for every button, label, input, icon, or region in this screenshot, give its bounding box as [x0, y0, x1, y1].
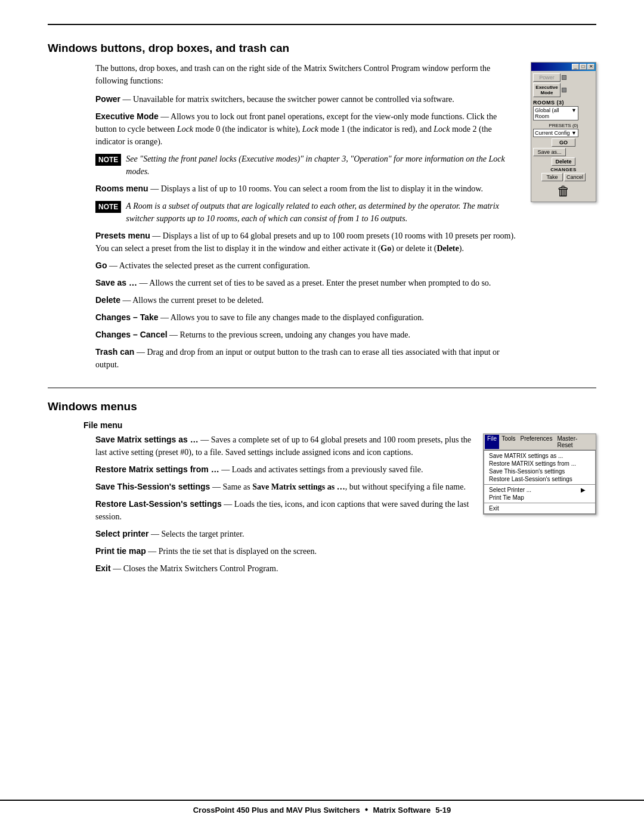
win-take-button[interactable]: Take — [541, 173, 563, 181]
menu-bar-file[interactable]: File — [485, 435, 499, 449]
label-executive-mode: Executive Mode — [95, 112, 159, 121]
section-buttons: Windows buttons, drop boxes, and trash c… — [48, 42, 596, 376]
footer-bullet: • — [365, 804, 369, 815]
item-trash-can: Trash can — Drag and drop from an input … — [48, 346, 519, 371]
win-minimize-btn[interactable]: _ — [572, 64, 579, 70]
win-widget: _ □ ✕ Power ExecutiveMode — [531, 62, 596, 202]
item-rooms-menu: Rooms menu — Displays a list of up to 10… — [48, 182, 519, 195]
section-content-buttons: The buttons, drop boxes, and trash can o… — [48, 62, 596, 376]
sub-section-file-menu: File menu — [83, 420, 596, 430]
win-saveas-button[interactable]: Save as... — [533, 148, 566, 156]
item-select-printer: Select printer — Selects the target prin… — [48, 528, 471, 540]
menu-item-save-matrix[interactable]: Save MATRIX settings as ... — [484, 452, 595, 460]
win-rooms-dropdown[interactable]: Global (all Room ▼ — [533, 106, 578, 120]
win-body: Power ExecutiveMode ROOMS (3) Global (a — [531, 71, 596, 202]
item-save-this-session: Save This-Session's settings — Same as S… — [48, 481, 471, 493]
section-title-menus: Windows menus — [48, 400, 596, 413]
win-go-button[interactable]: GO — [552, 138, 575, 147]
note-text-2: A Room is a subset of outputs that are l… — [126, 200, 519, 225]
menu-bar-master-reset[interactable]: Master-Reset — [555, 435, 595, 449]
item-power: Power — Unavailable for matrix switchers… — [48, 93, 519, 106]
label-save-matrix: Save Matrix settings as … — [95, 435, 199, 444]
menu-item-select-printer[interactable]: Select Printer ... — [484, 486, 595, 494]
footer-page: 5-19 — [435, 806, 451, 815]
label-restore-last-session: Restore Last-Session's settings — [95, 499, 222, 509]
win-take-cancel-row: Take Cancel — [533, 173, 594, 181]
label-trash-can: Trash can — [95, 347, 134, 357]
menu-item-print-tie-map[interactable]: Print Tie Map — [484, 494, 595, 501]
win-rooms-dropdown-text: Global (all Room — [535, 107, 571, 119]
win-exec-row: ExecutiveMode — [533, 83, 594, 97]
item-delete: Delete — Allows the current preset to be… — [48, 294, 519, 306]
menus-text: Save Matrix settings as … — Saves a comp… — [48, 433, 471, 580]
note-text-1: See "Setting the front panel locks (Exec… — [126, 153, 519, 178]
item-restore-last-session: Restore Last-Session's settings — Loads … — [48, 498, 471, 523]
label-changes-cancel: Changes – Cancel — [95, 330, 168, 339]
label-go: Go — [95, 261, 107, 270]
win-presets-dropdown[interactable]: Current Config ▼ — [533, 129, 578, 137]
win-exec-button[interactable]: ExecutiveMode — [533, 83, 561, 97]
note-2: NOTE A Room is a subset of outputs that … — [95, 200, 519, 225]
label-changes-take: Changes – Take — [95, 312, 159, 322]
item-save-as: Save as … — Allows the current set of ti… — [48, 277, 519, 289]
menu-bar-preferences[interactable]: Preferences — [518, 435, 555, 449]
win-cancel-button[interactable]: Cancel — [564, 173, 586, 181]
label-delete: Delete — [95, 295, 120, 305]
note-1: NOTE See "Setting the front panel locks … — [95, 153, 519, 178]
label-exit: Exit — [95, 563, 111, 573]
menu-item-restore-last-session[interactable]: Restore Last-Session's settings — [484, 475, 595, 483]
label-print-tie-map: Print tie map — [95, 546, 146, 556]
menu-divider-1 — [484, 484, 595, 485]
label-presets-menu: Presets menu — [95, 231, 150, 240]
label-rooms-menu: Rooms menu — [95, 184, 148, 193]
win-presets-dropdown-text: Current Config — [535, 130, 570, 136]
label-save-as: Save as … — [95, 278, 137, 287]
file-menu-bar: File Tools Preferences Master-Reset — [484, 434, 596, 450]
win-changes-label: CHANGES — [533, 167, 594, 172]
section-menus: Windows menus File menu Save Matrix sett… — [48, 400, 596, 580]
file-menu-widget: File Tools Preferences Master-Reset Save… — [483, 433, 596, 515]
win-power-button[interactable]: Power — [533, 73, 561, 82]
win-presets-dropdown-arrow: ▼ — [571, 130, 577, 136]
item-changes-cancel: Changes – Cancel — Returns to the previo… — [48, 329, 519, 341]
menus-content: Save Matrix settings as … — Saves a comp… — [48, 433, 596, 580]
footer-middle: Matrix Software — [373, 806, 431, 815]
file-menu-dropdown: Save MATRIX settings as ... Restore MATR… — [484, 450, 596, 514]
win-rooms-dropdown-arrow: ▼ — [571, 107, 577, 119]
footer-left: CrossPoint 450 Plus and MAV Plus Switche… — [193, 806, 360, 815]
item-executive-mode: Executive Mode — Allows you to lock out … — [48, 110, 519, 148]
menu-divider-2 — [484, 503, 595, 503]
win-close-btn[interactable]: ✕ — [587, 64, 595, 70]
win-titlebar: _ □ ✕ — [531, 63, 596, 71]
win-maximize-btn[interactable]: □ — [580, 64, 587, 70]
item-exit: Exit — Closes the Matrix Switchers Contr… — [48, 562, 471, 575]
windows-widget: _ □ ✕ Power ExecutiveMode — [531, 62, 596, 376]
win-delete-button[interactable]: Delete — [552, 157, 575, 166]
item-go: Go — Activates the selected preset as th… — [48, 259, 519, 272]
note-badge-1: NOTE — [95, 154, 121, 166]
menu-item-save-this-session[interactable]: Save This-Session's settings — [484, 467, 595, 475]
item-save-matrix: Save Matrix settings as … — Saves a comp… — [48, 433, 471, 459]
trash-icon[interactable]: 🗑 — [533, 184, 594, 199]
note-badge-2: NOTE — [95, 201, 121, 213]
item-changes-take: Changes – Take — Allows you to save to f… — [48, 311, 519, 324]
power-indicator — [562, 75, 566, 80]
section-title-buttons: Windows buttons, drop boxes, and trash c… — [48, 42, 596, 55]
label-save-this-session: Save This-Session's settings — [95, 482, 210, 491]
menu-item-restore-matrix[interactable]: Restore MATRIX settings from ... — [484, 460, 595, 467]
label-power: Power — [95, 94, 120, 104]
footer: CrossPoint 450 Plus and MAV Plus Switche… — [0, 800, 644, 815]
label-restore-matrix: Restore Matrix settings from … — [95, 465, 219, 474]
page: Windows buttons, drop boxes, and trash c… — [0, 0, 644, 833]
menu-item-exit[interactable]: Exit — [484, 504, 595, 512]
menu-bar-tools[interactable]: Tools — [499, 435, 518, 449]
label-select-printer: Select printer — [95, 529, 148, 538]
win-power-row: Power — [533, 73, 594, 82]
exec-indicator — [562, 88, 566, 92]
section-divider — [48, 388, 596, 388]
item-presets-menu: Presets menu — Displays a list of up to … — [48, 230, 519, 255]
top-rule — [48, 24, 596, 25]
intro-text: The buttons, drop boxes, and trash can o… — [95, 62, 519, 87]
win-presets-label: PRESETS (0) — [533, 123, 594, 128]
win-rooms-label: ROOMS (3) — [533, 100, 594, 106]
